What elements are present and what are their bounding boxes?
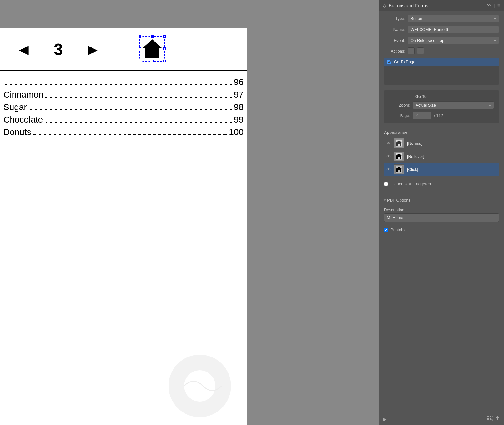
svg-rect-15 xyxy=(491,420,492,421)
top-gray-bar xyxy=(0,0,247,28)
home-button-selected[interactable] xyxy=(141,38,163,60)
hidden-until-triggered-checkbox[interactable] xyxy=(384,182,388,186)
delete-icon[interactable]: 🗑 xyxy=(495,416,500,422)
toc-num-3: 98 xyxy=(234,102,244,112)
toc-line-3: Sugar 98 xyxy=(3,102,244,112)
type-select[interactable]: Button Check Box Combo Box List Box Radi… xyxy=(408,15,499,22)
toc-dots-1 xyxy=(5,84,232,85)
appearance-section: Appearance 👁 [Normal] 👁 xyxy=(384,130,499,176)
event-select-wrapper: On Release or Tap On Click On Focus On B… xyxy=(408,37,499,44)
actions-list: Go To Page xyxy=(384,58,499,85)
hidden-until-triggered-label: Hidden Until Triggered xyxy=(391,182,431,186)
footer-left: ▶ xyxy=(383,416,386,422)
panel-header-actions: >> | ≡ xyxy=(487,2,500,8)
handle-br xyxy=(163,60,166,62)
grid-icon-svg xyxy=(487,416,493,421)
remove-action-button[interactable]: − xyxy=(417,48,424,54)
toc-dots-3 xyxy=(29,109,232,110)
handle-bl xyxy=(139,60,141,62)
name-input[interactable] xyxy=(408,26,499,33)
event-select[interactable]: On Release or Tap On Click On Focus On B… xyxy=(408,37,499,44)
home-thumb-normal xyxy=(395,139,403,147)
zoom-select[interactable]: Actual Size Fit Page Fit Width Fit Visib… xyxy=(413,101,494,109)
page-content: ◀ 3 ▶ xyxy=(0,28,247,425)
svg-rect-10 xyxy=(487,416,489,418)
appearance-rollover[interactable]: 👁 [Rollover] xyxy=(384,150,499,163)
appearance-thumb-normal xyxy=(394,138,404,148)
nav-bar: ◀ 3 ▶ xyxy=(0,28,247,71)
toc-line-5: Donuts 100 xyxy=(3,127,244,137)
divider-1 xyxy=(384,191,499,191)
printable-label: Printable xyxy=(391,228,406,232)
svg-rect-13 xyxy=(490,418,491,420)
appearance-thumb-rollover xyxy=(394,151,404,161)
svg-rect-12 xyxy=(487,418,489,420)
panel-header: ◇ Buttons and Forms >> | ≡ xyxy=(379,0,504,11)
action-item-goto-page[interactable]: Go To Page xyxy=(384,58,499,66)
svg-rect-11 xyxy=(490,416,491,418)
panel-menu-button[interactable]: ≡ xyxy=(497,2,500,8)
printable-checkbox[interactable] xyxy=(384,228,388,232)
eye-icon-click[interactable]: 👁 xyxy=(386,167,391,172)
panel-divider: | xyxy=(494,3,495,8)
toc-area: 96 Cinnamon 97 Sugar 98 Chocolate 99 Don… xyxy=(0,71,247,146)
description-label: Description: xyxy=(384,208,499,212)
action-checkbox-goto-page[interactable] xyxy=(387,60,391,64)
page-total: / 112 xyxy=(434,113,443,118)
toc-num-1: 96 xyxy=(234,77,244,87)
panel-expand-button[interactable]: >> xyxy=(487,3,491,8)
zoom-select-wrapper: Actual Size Fit Page Fit Width Fit Visib… xyxy=(413,101,494,109)
toc-line-2: Cinnamon 97 xyxy=(3,90,244,100)
printable-row: Printable xyxy=(384,228,499,232)
name-label: Name: xyxy=(384,27,405,32)
type-select-wrapper: Button Check Box Combo Box List Box Radi… xyxy=(408,15,499,22)
add-action-button[interactable]: + xyxy=(408,48,415,54)
handle-tr xyxy=(163,35,166,38)
footer-right: 🗑 xyxy=(487,416,500,422)
type-label: Type: xyxy=(384,16,405,21)
appearance-state-rollover: [Rollover] xyxy=(407,154,424,159)
canvas-area: ◀ 3 ▶ xyxy=(0,0,379,425)
eye-icon-rollover[interactable]: 👁 xyxy=(386,154,391,159)
zoom-row: Zoom: Actual Size Fit Page Fit Width Fit… xyxy=(389,101,494,109)
page-row: Page: / 112 xyxy=(389,112,494,119)
page-number: 3 xyxy=(54,40,63,59)
panel-body: Type: Button Check Box Combo Box List Bo… xyxy=(379,11,504,236)
toc-label-5: Donuts xyxy=(3,127,31,137)
goto-section-title: Go To xyxy=(415,94,494,99)
appearance-normal[interactable]: 👁 [Normal] xyxy=(384,137,499,150)
description-input[interactable] xyxy=(384,213,499,222)
appearance-label: Appearance xyxy=(384,130,499,137)
grid-icon[interactable] xyxy=(487,416,493,422)
pdf-options-label: PDF Options xyxy=(387,198,410,202)
handle-tl xyxy=(139,35,141,38)
toc-dots-5 xyxy=(33,134,227,135)
next-arrow[interactable]: ▶ xyxy=(88,42,98,57)
panel-footer: ▶ 🗑 xyxy=(379,413,504,425)
appearance-thumb-click xyxy=(394,164,404,174)
watermark xyxy=(165,352,234,422)
event-label: Event: xyxy=(384,38,405,43)
description-section: Description: xyxy=(384,208,499,222)
handle-ml xyxy=(139,48,141,50)
panel-title: Buttons and Forms xyxy=(389,3,428,8)
panel-diamond-icon: ◇ xyxy=(383,3,386,8)
toc-num-2: 97 xyxy=(234,90,244,100)
home-icon-svg xyxy=(141,38,163,60)
event-field-row: Event: On Release or Tap On Click On Foc… xyxy=(384,37,499,44)
page-input[interactable] xyxy=(413,112,431,119)
prev-arrow[interactable]: ◀ xyxy=(19,42,29,57)
toc-dots-2 xyxy=(45,97,232,98)
pdf-options-row[interactable]: ▾ PDF Options xyxy=(384,198,499,202)
buttons-and-forms-panel: ◇ Buttons and Forms >> | ≡ Type: Button … xyxy=(379,0,504,425)
zoom-label: Zoom: xyxy=(389,103,410,108)
appearance-click[interactable]: 👁 [Click] xyxy=(384,163,499,176)
type-field-row: Type: Button Check Box Combo Box List Bo… xyxy=(384,15,499,22)
svg-rect-1 xyxy=(149,52,155,58)
toc-label-3: Sugar xyxy=(3,102,27,112)
toc-num-5: 100 xyxy=(229,127,244,137)
toc-dots-4 xyxy=(45,122,232,122)
preview-icon[interactable]: ▶ xyxy=(383,416,386,422)
eye-icon-normal[interactable]: 👁 xyxy=(386,141,391,146)
panel-title-row: ◇ Buttons and Forms xyxy=(383,3,428,8)
